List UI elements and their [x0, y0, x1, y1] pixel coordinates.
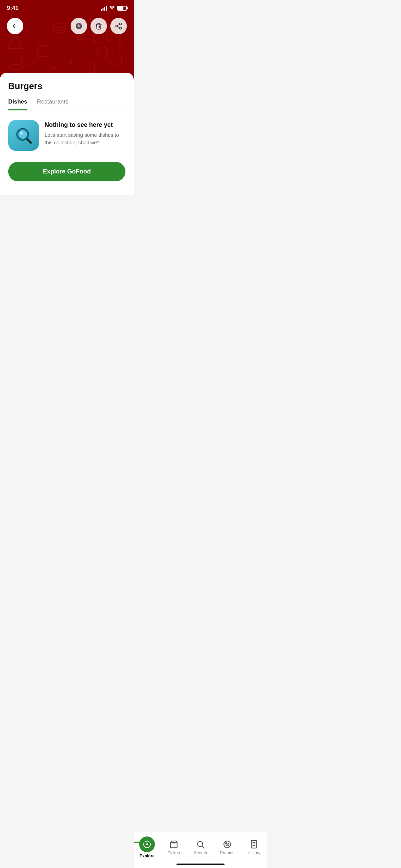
battery-icon: [117, 6, 127, 11]
tab-dishes[interactable]: Dishes: [8, 98, 27, 110]
svg-rect-4: [22, 55, 34, 64]
theme-button[interactable]: [71, 18, 87, 34]
empty-state-title: Nothing to see here yet: [45, 121, 125, 129]
svg-point-17: [77, 25, 80, 27]
delete-button[interactable]: [90, 18, 107, 34]
empty-state-icon: [8, 120, 39, 151]
svg-text:✦: ✦: [69, 59, 74, 65]
wifi-icon: [109, 5, 115, 11]
header-action-buttons: [71, 18, 127, 34]
status-time: 9:41: [7, 5, 19, 12]
back-button[interactable]: [7, 18, 23, 34]
status-bar: 9:41: [0, 0, 134, 14]
status-icons: [101, 5, 127, 11]
page-title: Burgers: [8, 81, 125, 92]
signal-icon: [101, 6, 107, 11]
svg-point-24: [19, 130, 27, 138]
empty-state-description: Let's start saving some dishes to this c…: [45, 131, 125, 147]
empty-state: Nothing to see here yet Let's start savi…: [8, 120, 125, 151]
main-content: Dishes Restaurants Nothing to see here y…: [0, 98, 134, 195]
svg-rect-10: [87, 61, 95, 72]
header-nav: [7, 18, 127, 34]
svg-point-25: [20, 131, 23, 135]
svg-point-3: [98, 47, 108, 57]
svg-line-22: [118, 24, 120, 26]
tabs: Dishes Restaurants: [8, 98, 125, 110]
svg-rect-8: [37, 46, 48, 57]
tab-restaurants[interactable]: Restaurants: [37, 98, 69, 110]
svg-point-14: [118, 39, 121, 43]
share-button[interactable]: [110, 18, 127, 34]
explore-gofood-button[interactable]: Explore GoFood: [8, 162, 125, 181]
svg-line-21: [118, 26, 120, 28]
svg-rect-11: [112, 55, 121, 66]
title-card: Burgers: [0, 73, 134, 98]
empty-text-block: Nothing to see here yet Let's start savi…: [45, 120, 125, 147]
svg-line-26: [27, 138, 31, 143]
